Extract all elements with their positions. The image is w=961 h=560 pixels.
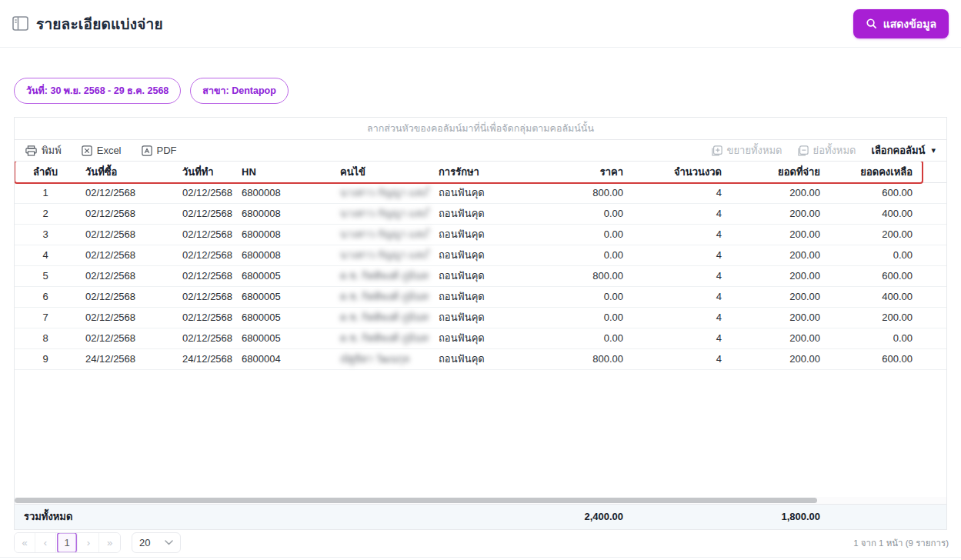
next-page-button[interactable]: › (78, 532, 99, 553)
grid-body: ลำดับ วันที่ซื้อ วันที่ทำ HN คนไข้ การรั… (15, 162, 946, 497)
cell-no: 3 (15, 224, 76, 245)
col-header-buy-date[interactable]: วันที่ซื้อ (76, 162, 173, 182)
cell-hn: 6800005 (232, 286, 331, 307)
cell-blank (922, 245, 946, 265)
cell-blank (922, 224, 946, 245)
cell-paid: 200.00 (731, 265, 829, 286)
col-header-price[interactable]: ราคา (532, 162, 632, 182)
cell-patient: ณัฐธิดา วัฒนกุล (331, 348, 429, 369)
table-row[interactable]: 102/12/256802/12/25686800008นางสาว กัญญา… (15, 182, 946, 203)
cell-treatment: ถอนฟันคุด (429, 224, 532, 245)
horizontal-scrollbar[interactable] (15, 497, 946, 504)
current-page-button[interactable]: 1 (57, 532, 78, 553)
cell-patient: ด.ช. กิตติพงศ์ ภูมินทร์ (331, 265, 429, 286)
cell-hn: 6800008 (232, 203, 331, 224)
export-pdf-button[interactable]: PDF (142, 145, 177, 156)
col-header-do-date[interactable]: วันที่ทำ (173, 162, 232, 182)
show-data-button[interactable]: แสดงข้อมูล (853, 9, 949, 38)
printer-icon (25, 145, 37, 156)
cell-remaining: 600.00 (829, 265, 922, 286)
table-body: 102/12/256802/12/25686800008นางสาว กัญญา… (15, 182, 946, 369)
cell-buy_date: 24/12/2568 (76, 348, 173, 369)
export-excel-button[interactable]: Excel (82, 145, 122, 156)
cell-no: 7 (15, 307, 76, 328)
header-row: ลำดับ วันที่ซื้อ วันที่ทำ HN คนไข้ การรั… (15, 162, 946, 182)
pager-buttons: « ‹ 1 › » (14, 532, 121, 553)
print-button[interactable]: พิมพ์ (25, 142, 62, 158)
cell-blank (922, 203, 946, 224)
table-row[interactable]: 802/12/256802/12/25686800005ด.ช. กิตติพง… (15, 328, 946, 348)
expand-all-button[interactable]: ขยายทั้งหมด (712, 142, 782, 158)
cell-do_date: 02/12/2568 (173, 182, 232, 203)
cell-remaining: 600.00 (829, 348, 922, 369)
cell-installments: 4 (632, 203, 731, 224)
cell-buy_date: 02/12/2568 (76, 328, 173, 348)
cell-blank (922, 348, 946, 369)
table-row[interactable]: 924/12/256824/12/25686800004ณัฐธิดา วัฒน… (15, 348, 946, 369)
grid-toolbar: พิมพ์ Excel PDF (15, 140, 946, 162)
cell-installments: 4 (632, 286, 731, 307)
col-header-hn[interactable]: HN (232, 162, 331, 182)
table-row[interactable]: 702/12/256802/12/25686800005ด.ช. กิตติพง… (15, 307, 946, 328)
cell-treatment: ถอนฟันคุด (429, 286, 532, 307)
cell-no: 8 (15, 328, 76, 348)
table-row[interactable]: 502/12/256802/12/25686800005ด.ช. กิตติพง… (15, 265, 946, 286)
last-page-button[interactable]: » (99, 532, 120, 553)
cell-treatment: ถอนฟันคุด (429, 348, 532, 369)
cell-price: 800.00 (532, 348, 632, 369)
table-row[interactable]: 302/12/256802/12/25686800008นางสาว กัญญา… (15, 224, 946, 245)
page-size-select[interactable]: 20 (132, 532, 181, 553)
col-header-installments[interactable]: จำนวนงวด (632, 162, 731, 182)
cell-price: 0.00 (532, 224, 632, 245)
choose-columns-button[interactable]: เลือกคอลัมน์ ▾ (871, 142, 936, 158)
cell-installments: 4 (632, 348, 731, 369)
cell-remaining: 0.00 (829, 328, 922, 348)
col-header-spacer (922, 162, 946, 182)
horizontal-scrollbar-thumb[interactable] (15, 498, 817, 503)
cell-paid: 200.00 (731, 286, 829, 307)
layout-panel-icon (12, 16, 28, 31)
page-bottom-divider (0, 557, 961, 558)
date-filter-chip[interactable]: วันที่: 30 พ.ย. 2568 - 29 ธ.ค. 2568 (14, 78, 181, 104)
cell-treatment: ถอนฟันคุด (429, 328, 532, 348)
cell-do_date: 02/12/2568 (173, 203, 232, 224)
print-label: พิมพ์ (42, 142, 62, 158)
table-row[interactable]: 402/12/256802/12/25686800008นางสาว กัญญา… (15, 245, 946, 265)
cell-treatment: ถอนฟันคุด (429, 265, 532, 286)
cell-hn: 6800005 (232, 307, 331, 328)
data-grid: ลากส่วนหัวของคอลัมน์มาที่นี่เพื่อจัดกลุ่… (14, 117, 947, 530)
col-header-index[interactable]: ลำดับ (15, 162, 76, 182)
col-header-treatment[interactable]: การรักษา (429, 162, 532, 182)
group-by-drop-zone[interactable]: ลากส่วนหัวของคอลัมน์มาที่นี่เพื่อจัดกลุ่… (15, 118, 946, 140)
cell-blank (922, 265, 946, 286)
table-row[interactable]: 202/12/256802/12/25686800008นางสาว กัญญา… (15, 203, 946, 224)
excel-label: Excel (97, 145, 122, 156)
col-header-patient[interactable]: คนไข้ (331, 162, 429, 182)
cell-no: 1 (15, 182, 76, 203)
cell-blank (922, 328, 946, 348)
cell-hn: 6800008 (232, 245, 331, 265)
cell-hn: 6800005 (232, 328, 331, 348)
collapse-all-button[interactable]: ย่อทั้งหมด (798, 142, 856, 158)
expand-all-label: ขยายทั้งหมด (727, 142, 782, 158)
branch-filter-chip[interactable]: สาขา: Dentapop (190, 78, 288, 104)
cell-installments: 4 (632, 307, 731, 328)
cell-paid: 200.00 (731, 203, 829, 224)
installments-table: ลำดับ วันที่ซื้อ วันที่ทำ HN คนไข้ การรั… (15, 162, 946, 370)
cell-buy_date: 02/12/2568 (76, 182, 173, 203)
table-row[interactable]: 602/12/256802/12/25686800005ด.ช. กิตติพง… (15, 286, 946, 307)
cell-no: 6 (15, 286, 76, 307)
cell-paid: 200.00 (731, 245, 829, 265)
cell-blank (922, 307, 946, 328)
pdf-icon (142, 145, 152, 156)
search-icon (866, 18, 877, 29)
choose-columns-label: เลือกคอลัมน์ (871, 142, 925, 158)
col-header-remaining[interactable]: ยอดคงเหลือ (829, 162, 922, 182)
cell-blank (922, 182, 946, 203)
col-header-paid[interactable]: ยอดที่จ่าย (731, 162, 829, 182)
first-page-button[interactable]: « (15, 532, 35, 553)
cell-remaining: 600.00 (829, 182, 922, 203)
group-by-hint: ลากส่วนหัวของคอลัมน์มาที่นี่เพื่อจัดกลุ่… (367, 121, 594, 136)
cell-treatment: ถอนฟันคุด (429, 307, 532, 328)
prev-page-button[interactable]: ‹ (35, 532, 56, 553)
